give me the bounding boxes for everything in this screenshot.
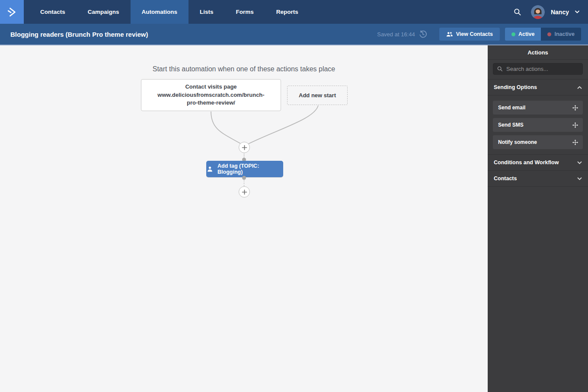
tile-label: Send email xyxy=(498,105,525,111)
canvas-heading: Start this automation when one of these … xyxy=(0,65,488,73)
tile-label: Notify someone xyxy=(498,139,537,145)
action-node-label: Add tag (TOPIC: Blogging) xyxy=(217,163,283,175)
trigger-url: www.deliciousfromscratch.com/brunch-pro-… xyxy=(153,91,269,108)
search-actions-input[interactable] xyxy=(493,63,583,75)
inactive-toggle-label: Inactive xyxy=(554,31,575,37)
workspace: Start this automation when one of these … xyxy=(0,45,588,392)
chevron-down-icon xyxy=(577,177,582,180)
add-new-start-label: Add new start xyxy=(299,92,336,99)
connector-dot-bottom xyxy=(242,176,246,180)
section-label: Conditions and Workflow xyxy=(494,159,559,166)
action-tile-send-email[interactable]: Send email xyxy=(493,101,583,115)
move-icon[interactable] xyxy=(572,139,578,146)
navbar-right: Nancy xyxy=(510,0,588,24)
action-node-add-tag[interactable]: Add tag (TOPIC: Blogging) xyxy=(206,161,283,177)
actions-sidebar: Actions Sending Options xyxy=(488,45,588,392)
nav-item-campaigns[interactable]: Campaigns xyxy=(77,0,131,24)
automation-canvas[interactable]: Start this automation when one of these … xyxy=(0,45,488,392)
nav-item-reports[interactable]: Reports xyxy=(265,0,310,24)
history-icon[interactable] xyxy=(419,30,427,38)
view-contacts-label: View Contacts xyxy=(456,31,493,37)
contacts-icon xyxy=(446,32,453,37)
move-icon[interactable] xyxy=(572,122,578,128)
search-icon[interactable] xyxy=(510,5,525,19)
nav-item-lists[interactable]: Lists xyxy=(189,0,225,24)
action-tile-send-sms[interactable]: Send SMS xyxy=(493,118,583,132)
section-conditions-and-workflow[interactable]: Conditions and Workflow xyxy=(488,155,588,171)
view-contacts-button[interactable]: View Contacts xyxy=(439,28,500,41)
connector-dashed-bottom xyxy=(244,180,244,186)
person-icon xyxy=(206,166,214,173)
nav-item-forms[interactable]: Forms xyxy=(225,0,265,24)
inactive-toggle-button[interactable]: Inactive xyxy=(541,28,581,41)
move-icon[interactable] xyxy=(572,105,578,111)
tile-label: Send SMS xyxy=(498,122,524,128)
chevron-down-icon[interactable] xyxy=(575,10,579,13)
nav-item-contacts[interactable]: Contacts xyxy=(29,0,77,24)
top-navbar: Contacts Campaigns Automations Lists For… xyxy=(0,0,588,24)
trigger-title: Contact visits page xyxy=(185,83,236,91)
search-icon xyxy=(497,66,503,72)
sidebar-search-row xyxy=(488,60,588,80)
sending-options-tiles: Send email Send SMS xyxy=(488,96,588,155)
section-label: Contacts xyxy=(494,175,517,182)
nav-item-automations[interactable]: Automations xyxy=(131,0,189,24)
active-toggle-label: Active xyxy=(518,31,535,37)
saved-status: Saved at 16:44 xyxy=(377,31,415,38)
chevron-down-icon xyxy=(577,161,582,164)
trigger-node-contact-visits-page[interactable]: Contact visits page www.deliciousfromscr… xyxy=(141,79,281,111)
user-avatar[interactable] xyxy=(531,5,545,19)
add-action-button-top[interactable] xyxy=(239,142,250,153)
action-tile-notify-someone[interactable]: Notify someone xyxy=(493,135,583,149)
page-title: Blogging readers (Brunch Pro theme revie… xyxy=(10,31,148,38)
plus-icon xyxy=(242,189,247,195)
status-toggle: Active Inactive xyxy=(505,28,581,41)
chevron-up-icon xyxy=(577,86,582,89)
inactive-status-dot-icon xyxy=(547,32,551,36)
logo-chevron-icon xyxy=(6,6,18,18)
app-window: Contacts Campaigns Automations Lists For… xyxy=(0,0,588,392)
plus-icon xyxy=(242,145,247,150)
automation-titlebar: Blogging readers (Brunch Pro theme revie… xyxy=(0,24,588,45)
add-action-button-bottom[interactable] xyxy=(239,186,250,198)
titlebar-actions: Saved at 16:44 View Contacts xyxy=(377,28,581,41)
main-nav: Contacts Campaigns Automations Lists For… xyxy=(29,0,310,24)
user-name[interactable]: Nancy xyxy=(551,9,569,16)
section-label: Sending Options xyxy=(494,84,537,90)
active-status-dot-icon xyxy=(511,32,515,36)
add-new-start-button[interactable]: Add new start xyxy=(287,86,348,105)
activecampaign-logo[interactable] xyxy=(0,0,24,24)
active-toggle-button[interactable]: Active xyxy=(505,28,541,41)
section-contacts[interactable]: Contacts xyxy=(488,171,588,187)
section-sending-options[interactable]: Sending Options xyxy=(488,80,588,96)
sidebar-title: Actions xyxy=(488,45,588,60)
